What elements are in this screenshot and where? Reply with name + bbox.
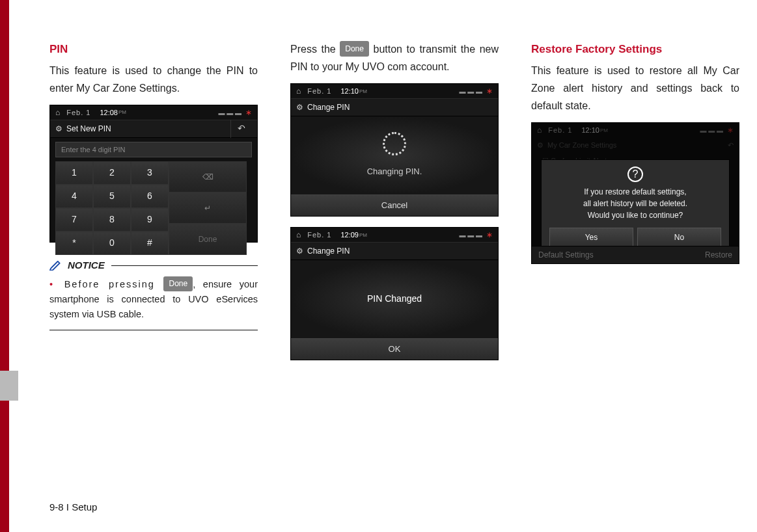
no-button[interactable]: No — [637, 228, 721, 247]
pin-input-field[interactable]: Enter the 4 digit PIN — [55, 142, 252, 157]
status-time: 12:09 — [340, 229, 359, 241]
default-settings-label: Default Settings — [538, 248, 594, 261]
home-icon: ⌂ — [296, 228, 301, 241]
question-icon: ? — [627, 166, 643, 182]
signal-icon: ▬ ▬ ▬ — [459, 86, 482, 97]
restore-button: Restore — [705, 248, 732, 261]
page-footer: 9-8 I Setup — [49, 501, 97, 512]
gear-icon: ⚙ — [296, 101, 303, 114]
restore-heading: Restore Factory Settings — [531, 40, 739, 59]
divider — [111, 265, 258, 266]
keypad-3[interactable]: 3 — [131, 161, 169, 185]
status-time: 12:10 — [340, 85, 359, 98]
keypad-0[interactable]: 0 — [93, 232, 131, 255]
screen-title: Set New PIN — [66, 122, 111, 135]
dialog-text: If you restore default settings, all ale… — [549, 186, 721, 221]
keypad-star[interactable]: * — [55, 232, 93, 255]
status-date: Feb. 1 — [307, 85, 331, 98]
pin-heading: PIN — [49, 40, 258, 59]
signal-icon: ▬ ▬ ▬ — [218, 107, 241, 118]
keypad-4[interactable]: 4 — [55, 185, 93, 208]
status-date: Feb. 1 — [307, 229, 331, 241]
restore-body: This feature is used to restore all My C… — [531, 62, 739, 115]
yes-button[interactable]: Yes — [549, 228, 633, 247]
keypad-8[interactable]: 8 — [93, 208, 131, 232]
keypad-6[interactable]: 6 — [131, 185, 169, 208]
keypad-2[interactable]: 2 — [93, 161, 131, 185]
sidebar-tab — [0, 371, 18, 401]
pin-body: This feature is used to change the PIN t… — [49, 62, 258, 97]
col2-body: Press the Done button to transmit the ne… — [290, 40, 499, 75]
keypad-9[interactable]: 9 — [131, 208, 169, 232]
status-message: PIN Changed — [367, 291, 422, 307]
notice-pencil-icon — [49, 261, 64, 270]
bluetooth-icon: ∗ — [486, 85, 493, 98]
keypad-backspace[interactable]: ⌫ — [169, 161, 247, 193]
bluetooth-icon: ∗ — [245, 106, 252, 119]
keypad-5[interactable]: 5 — [93, 185, 131, 208]
sidebar-red — [0, 0, 9, 532]
screenshot-changing-pin: ⌂ Feb. 1 12:10PM ▬ ▬ ▬ ∗ ⚙ Change PIN Ch… — [290, 83, 499, 217]
signal-icon: ▬ ▬ ▬ — [459, 230, 482, 241]
status-message: Changing PIN. — [367, 165, 422, 179]
done-button-inline: Done — [340, 41, 369, 57]
bluetooth-icon: ∗ — [486, 228, 493, 241]
bullet-icon: • — [49, 279, 53, 289]
notice-body: • Before pressing Done, ensure your smar… — [49, 274, 258, 331]
status-date: Feb. 1 — [66, 107, 90, 119]
gear-icon: ⚙ — [296, 245, 303, 258]
keypad-done[interactable]: Done — [169, 224, 247, 255]
screen-title: Change PIN — [307, 101, 350, 114]
screen-title: Change PIN — [307, 245, 350, 258]
home-icon: ⌂ — [296, 85, 301, 98]
screenshot-pin-changed: ⌂ Feb. 1 12:09PM ▬ ▬ ▬ ∗ ⚙ Change PIN PI… — [290, 227, 499, 360]
back-icon[interactable]: ↶ — [230, 120, 252, 138]
keypad-7[interactable]: 7 — [55, 208, 93, 232]
home-icon: ⌂ — [55, 106, 60, 119]
done-button-inline: Done — [163, 276, 193, 291]
status-time: 12:08 — [100, 107, 118, 119]
confirm-dialog: ? If you restore default settings, all a… — [541, 159, 730, 253]
ok-button[interactable]: OK — [291, 338, 498, 360]
keypad-1[interactable]: 1 — [55, 161, 93, 185]
cancel-button[interactable]: Cancel — [291, 194, 498, 216]
keypad-enter[interactable]: ↵ — [169, 193, 247, 224]
screenshot-set-new-pin: ⌂ Feb. 1 12:08PM ▬ ▬ ▬ ∗ ⚙ Set New PIN ↶… — [49, 105, 258, 243]
gear-icon: ⚙ — [55, 122, 62, 135]
loading-spinner-icon — [383, 132, 406, 155]
screenshot-restore-dialog: ⌂ Feb. 1 12:10PM ▬ ▬ ▬ ∗ ⚙ My Car Zone S… — [531, 122, 739, 264]
keypad-hash[interactable]: # — [131, 232, 169, 255]
